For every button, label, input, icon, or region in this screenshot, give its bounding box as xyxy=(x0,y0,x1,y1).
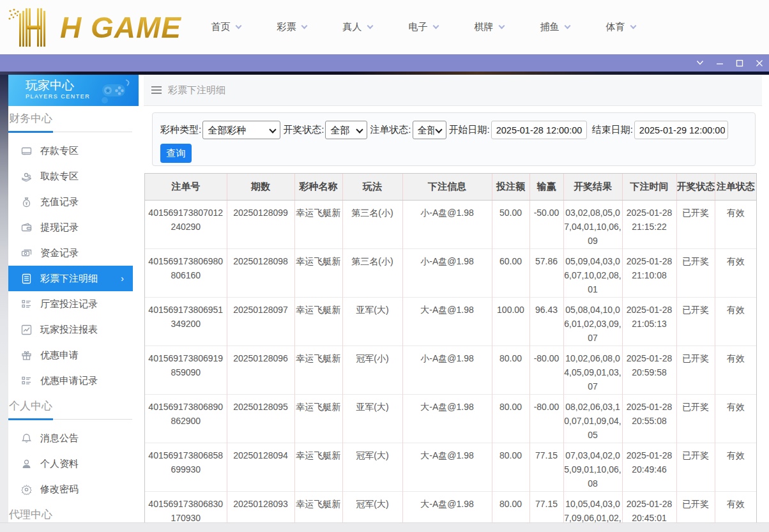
table-cell: 已开奖 xyxy=(676,491,715,522)
sidebar-item-player-bet-report[interactable]: 玩家投注报表 xyxy=(8,317,139,342)
nav-chess[interactable]: 棋牌 xyxy=(456,21,522,33)
sidebar-item-withdrawal-records[interactable]: 提现记录 xyxy=(8,215,139,240)
chevron-down-icon xyxy=(630,23,636,29)
sidebar-item-withdraw-zone[interactable]: 取款专区 xyxy=(8,163,139,189)
window-menu-button[interactable] xyxy=(690,54,710,72)
main-panel: 彩票下注明细 彩种类型: 全部彩种 开奖状态: 全部 注单状态: 全部 开始日期… xyxy=(139,75,769,522)
sidebar-item-change-password[interactable]: 修改密码 xyxy=(8,476,139,502)
sidebar-item-recharge-records[interactable]: 充值记录 xyxy=(8,189,139,215)
table-cell: 401569173807012240290 xyxy=(145,200,227,248)
draw-status-select[interactable]: 全部 xyxy=(325,121,367,139)
filter-panel: 彩种类型: 全部彩种 开奖状态: 全部 注单状态: 全部 开始日期: 结束日期:… xyxy=(152,112,756,166)
user-icon xyxy=(21,459,32,469)
list-icon xyxy=(21,299,32,310)
draw-status-label: 开奖状态: xyxy=(283,124,324,136)
sidebar-item-label: 消息公告 xyxy=(40,432,79,445)
table-cell: 大-A盘@1.98 xyxy=(402,297,492,346)
column-header: 注单号 xyxy=(145,174,227,200)
bank-card-icon xyxy=(21,146,32,156)
window-minimize-button[interactable] xyxy=(710,54,729,72)
end-date-input[interactable] xyxy=(634,121,728,139)
table-cell: 幸运飞艇新 xyxy=(294,491,342,522)
table-cell: 20250128098 xyxy=(227,248,294,297)
nav-label: 电子 xyxy=(409,21,428,32)
table-cell: 57.86 xyxy=(529,248,563,297)
order-status-select[interactable]: 全部 xyxy=(413,121,446,139)
column-header: 输赢 xyxy=(529,174,563,200)
app-window: H GAME 首页彩票真人电子棋牌捕鱼体育 玩家中心 PLAYERS CENTE… xyxy=(0,0,769,532)
lottery-type-label: 彩种类型: xyxy=(160,124,201,136)
chart-icon xyxy=(21,324,32,335)
menu-toggle-icon[interactable] xyxy=(151,84,162,96)
table-cell: 大-A盘@1.98 xyxy=(402,443,492,491)
table-row: 40156917380685869993020250128094幸运飞艇新冠军(… xyxy=(145,443,756,491)
window-title-bar xyxy=(0,54,769,72)
sidebar-item-lottery-bet-details[interactable]: 彩票下注明细› xyxy=(8,266,133,291)
nav-home[interactable]: 首页 xyxy=(193,21,259,33)
sidebar-item-personal-profile[interactable]: 个人资料 xyxy=(8,451,139,476)
main-nav: 首页彩票真人电子棋牌捕鱼体育 xyxy=(193,21,653,33)
chevron-right-icon: › xyxy=(121,273,124,284)
column-header: 注单状态 xyxy=(715,174,756,200)
table-cell: 有效 xyxy=(715,346,756,394)
table-cell: 2025-01-28 20:55:08 xyxy=(622,394,676,443)
chevron-down-icon xyxy=(498,23,505,29)
search-button[interactable]: 查询 xyxy=(160,144,192,163)
column-header: 期数 xyxy=(227,174,294,200)
table-cell: 2025-01-28 21:10:08 xyxy=(622,248,676,297)
table-row: 40156917380698080616020250128098幸运飞艇新第三名… xyxy=(145,248,756,297)
column-header: 投注额 xyxy=(492,174,529,200)
table-cell: 第三名(小) xyxy=(342,200,402,248)
logo[interactable]: H GAME xyxy=(8,7,185,48)
nav-sports[interactable]: 体育 xyxy=(588,21,653,33)
chevron-down-icon xyxy=(235,23,241,29)
left-shadow-strip xyxy=(0,75,8,522)
content-area: 彩种类型: 全部彩种 开奖状态: 全部 注单状态: 全部 开始日期: 结束日期:… xyxy=(144,106,762,522)
table-cell: 80.00 xyxy=(492,346,529,394)
start-date-label: 开始日期: xyxy=(449,124,490,136)
table-cell: 有效 xyxy=(715,394,756,443)
table-cell: 2025-01-28 21:15:22 xyxy=(622,200,676,248)
bets-table: 注单号期数彩种名称玩法下注信息投注额输赢开奖结果下注时间开奖状态注单状态 401… xyxy=(145,174,756,522)
table-cell: 77.15 xyxy=(529,443,563,491)
table-cell: 401569173806919859090 xyxy=(145,346,227,394)
bottom-strip xyxy=(0,522,769,532)
nav-label: 体育 xyxy=(606,21,625,32)
table-cell: -80.00 xyxy=(529,394,563,443)
nav-label: 首页 xyxy=(211,21,231,32)
nav-fishing[interactable]: 捕鱼 xyxy=(522,21,588,33)
table-cell: 幸运飞艇新 xyxy=(294,248,342,297)
table-cell: 有效 xyxy=(715,491,756,522)
start-date-input[interactable] xyxy=(491,121,587,139)
sidebar-item-deposit-zone[interactable]: 存款专区 xyxy=(8,138,139,163)
logo-mark-icon xyxy=(8,7,59,48)
window-maximize-button[interactable] xyxy=(729,54,749,72)
lottery-type-select[interactable]: 全部彩种 xyxy=(202,121,280,139)
table-cell: 10,05,04,03,07,09,06,01,02, xyxy=(563,491,622,522)
table-row: 40156917380701224029020250128099幸运飞艇新第三名… xyxy=(145,200,756,248)
table-cell: 小-A盘@1.98 xyxy=(402,346,492,394)
table-cell: 60.00 xyxy=(492,248,529,297)
sidebar-item-hall-bet-records[interactable]: 厅室投注记录 xyxy=(8,291,139,317)
sidebar-item-promo-apply[interactable]: 优惠申请 xyxy=(8,342,139,368)
nav-live[interactable]: 真人 xyxy=(324,21,390,33)
column-header: 开奖结果 xyxy=(563,174,622,200)
table-cell: 401569173806858699930 xyxy=(145,443,227,491)
nav-lottery[interactable]: 彩票 xyxy=(259,21,324,33)
sidebar-item-message-announcements[interactable]: 消息公告 xyxy=(8,425,139,451)
window-close-button[interactable] xyxy=(749,54,769,72)
nav-electronic[interactable]: 电子 xyxy=(390,21,456,33)
gift-icon xyxy=(21,350,32,361)
sidebar-item-promo-apply-records[interactable]: 优惠申请记录 xyxy=(8,368,139,393)
sidebar-item-label: 取款专区 xyxy=(40,171,79,183)
sidebar-item-label: 厅室投注记录 xyxy=(40,298,98,310)
table-cell: 大-A盘@1.98 xyxy=(402,394,492,443)
sidebar-item-funds-records[interactable]: 资金记录 xyxy=(8,240,139,266)
sidebar-item-label: 个人资料 xyxy=(40,458,79,470)
minimize-icon xyxy=(716,59,724,67)
table-cell: 80.00 xyxy=(492,443,529,491)
table-row: 40156917380689086290020250128095幸运飞艇新亚军(… xyxy=(145,394,756,443)
table-cell: 20250128093 xyxy=(227,491,294,522)
table-cell: 20250128095 xyxy=(227,394,294,443)
close-icon xyxy=(756,59,763,67)
